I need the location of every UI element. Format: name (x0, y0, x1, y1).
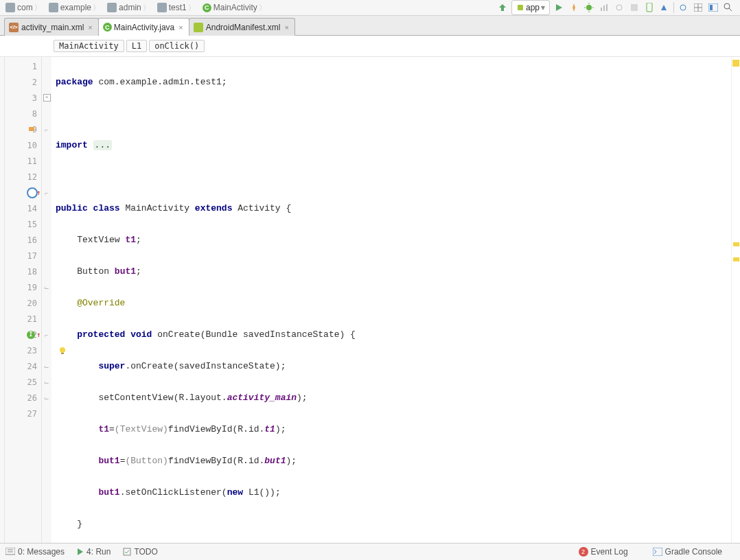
override-up-arrow-icon: ↑ (36, 331, 41, 338)
breadcrumb-item[interactable]: test1〉 (154, 1, 200, 14)
code-breadcrumb: MainActivity L1 onClick() (0, 36, 740, 57)
breadcrumb-item[interactable]: admin〉 (104, 1, 154, 14)
todo-tool[interactable]: TODO (123, 547, 157, 557)
close-icon[interactable]: × (178, 23, 183, 32)
fold-start-icon[interactable]: ⌐ (45, 331, 48, 338)
code-area[interactable]: package com.example.admin.test1; import … (51, 57, 731, 543)
fold-start-icon[interactable]: ⌐ (45, 189, 48, 196)
breadcrumb-item[interactable]: com〉 (3, 1, 46, 14)
tab-main-activity[interactable]: CMainActivity.java× (98, 18, 189, 36)
error-stripe[interactable] (731, 57, 740, 543)
debug-icon[interactable] (583, 1, 595, 14)
analysis-status-icon[interactable] (732, 60, 739, 67)
breadcrumb-item[interactable]: CMainActivity〉 (200, 1, 270, 14)
gradle-console-tool[interactable]: Gradle Console (653, 547, 722, 557)
fold-end-icon[interactable]: ⌙ (44, 363, 49, 370)
status-bar: 0: Messages 4: Run TODO 2Event Log Gradl… (0, 543, 740, 560)
close-icon[interactable]: × (88, 23, 92, 32)
profiler-icon[interactable] (598, 1, 610, 14)
messages-tool[interactable]: 0: Messages (5, 547, 65, 557)
svg-rect-7 (647, 3, 652, 12)
fold-expand-icon[interactable]: + (43, 94, 51, 102)
manifest-icon (194, 23, 203, 32)
class-icon: C (103, 23, 112, 32)
left-stripe (0, 57, 5, 543)
run-config-selector[interactable]: app▾ (511, 0, 550, 15)
svg-rect-6 (631, 4, 638, 11)
layout-icon[interactable] (707, 1, 719, 14)
ide-window: com〉 example〉 admin〉 test1〉 CMainActivit… (0, 0, 740, 560)
svg-point-5 (616, 5, 622, 10)
fold-end-icon[interactable]: ⌙ (44, 379, 49, 386)
avd-manager-icon[interactable] (643, 1, 656, 14)
crumb-inner[interactable]: L1 (126, 40, 147, 52)
close-icon[interactable]: × (284, 23, 288, 32)
override-up-arrow-icon: ↑ (36, 189, 41, 196)
svg-point-11 (724, 3, 730, 9)
layout-xml-icon: </> (9, 23, 19, 32)
run-icon[interactable] (553, 1, 565, 14)
editor: 1 2 3 8 9 10 11 12 13↑ 14 15 16 17 18 19… (0, 57, 740, 543)
svg-point-1 (586, 5, 592, 10)
breadcrumb: com〉 example〉 admin〉 test1〉 CMainActivit… (3, 1, 496, 14)
stop-icon[interactable] (628, 1, 640, 14)
folder-icon (107, 3, 117, 12)
folder-icon (49, 3, 58, 12)
make-project-icon[interactable] (496, 1, 509, 14)
sdk-manager-icon[interactable] (658, 1, 671, 14)
implement-icon[interactable]: I (27, 331, 35, 339)
event-log-tool[interactable]: 2Event Log (579, 547, 628, 557)
run-tool[interactable]: 4: Run (77, 547, 111, 557)
fold-gutter[interactable]: + ⌐ ⌐ ⌙ ⌐ ⌙ ⌙ ⌙ (42, 57, 51, 543)
svg-rect-16 (124, 548, 130, 555)
svg-rect-14 (61, 353, 64, 354)
notification-badge: 2 (579, 547, 588, 557)
svg-rect-4 (606, 4, 608, 11)
svg-rect-10 (710, 5, 713, 10)
line-gutter[interactable]: 1 2 3 8 9 10 11 12 13↑ 14 15 16 17 18 19… (5, 57, 42, 543)
class-icon: C (203, 3, 211, 12)
sync-icon[interactable] (677, 1, 689, 14)
fold-end-icon[interactable]: ⌙ (44, 395, 49, 401)
crumb-class[interactable]: MainActivity (54, 40, 124, 52)
warning-marker[interactable] (733, 242, 739, 246)
svg-rect-3 (603, 5, 605, 11)
folder-icon (157, 3, 167, 12)
breadcrumb-item[interactable]: example〉 (46, 1, 104, 14)
svg-rect-17 (653, 548, 662, 556)
svg-point-13 (60, 347, 65, 353)
svg-rect-2 (601, 8, 602, 11)
search-icon[interactable] (722, 1, 735, 14)
navigation-bar: com〉 example〉 admin〉 test1〉 CMainActivit… (0, 0, 740, 16)
intention-bulb-icon[interactable] (58, 347, 67, 355)
editor-tabs: </>activity_main.xml× CMainActivity.java… (0, 16, 740, 36)
warning-marker[interactable] (733, 257, 739, 261)
nav-gutter-icon[interactable] (27, 126, 36, 134)
svg-rect-12 (29, 127, 34, 131)
svg-rect-15 (5, 548, 15, 555)
tab-android-manifest[interactable]: AndroidManifest.xml× (189, 18, 295, 36)
apply-changes-icon[interactable] (568, 1, 580, 14)
attach-debugger-icon[interactable] (613, 1, 625, 14)
fold-end-icon[interactable]: ⌙ (44, 284, 49, 291)
toolbar: app▾ (496, 0, 737, 15)
crumb-method[interactable]: onClick() (149, 40, 205, 52)
fold-start-icon[interactable]: ⌐ (45, 126, 48, 133)
folder-icon (5, 3, 15, 12)
structure-icon[interactable] (692, 1, 704, 14)
tab-activity-main[interactable]: </>activity_main.xml× (4, 18, 99, 36)
svg-rect-0 (518, 5, 523, 10)
